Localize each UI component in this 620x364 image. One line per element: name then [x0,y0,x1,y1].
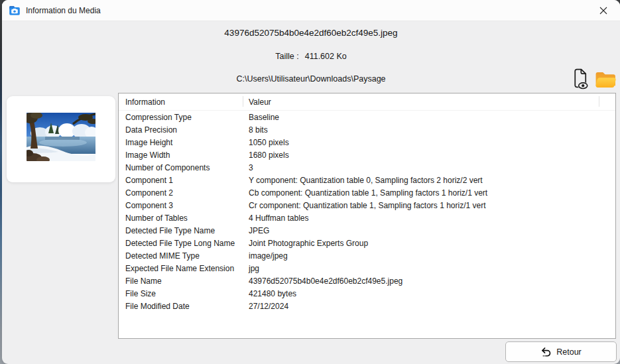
file-path: C:\Users\Utilisateur\Downloads\Paysage [2,74,620,84]
row-label: File Name [119,276,243,286]
row-label: Expected File Name Extension [119,264,243,273]
title-bar: Information du Media [2,0,620,21]
row-value: 8 bits [243,125,599,135]
table-row[interactable]: Image Width1680 pixels [119,149,615,161]
row-value: 3 [243,163,599,172]
info-table: Information Valeur Compression TypeBasel… [118,93,616,339]
table-row[interactable]: Image Height1050 pixels [119,136,615,149]
table-row[interactable]: Number of Components3 [119,161,615,174]
table-row[interactable]: Detected File Type Long NameJoint Photog… [119,237,615,249]
row-label: Component 3 [119,201,243,210]
undo-arrow-icon [540,346,552,357]
table-row[interactable]: Compression TypeBaseline [119,111,615,123]
row-label: Image Width [119,151,243,160]
row-label: File Modified Date [119,302,243,311]
thumbnail-card [7,96,115,182]
row-value: 27/12/2024 [243,302,599,311]
table-row[interactable]: File Size421480 bytes [119,287,615,300]
table-row[interactable]: Data Precision8 bits [119,123,615,136]
row-value: JPEG [243,226,599,235]
column-header-information[interactable]: Information [119,93,243,110]
open-folder-button[interactable] [593,70,618,90]
open-folder-icon [595,71,617,89]
column-header-valeur[interactable]: Valeur [243,93,599,110]
table-row[interactable]: Component 2Cb component: Quantization ta… [119,186,615,199]
row-value: 4 Huffman tables [243,213,599,223]
row-value: Baseline [243,113,599,122]
table-row[interactable]: Detected File Type NameJPEG [119,224,615,237]
row-label: Number of Components [119,163,243,172]
row-label: File Size [119,289,243,298]
row-value: Cb component: Quantization table 1, Samp… [243,188,599,198]
file-size-line: Taille :411.602 Ko [2,52,620,61]
table-body: Compression TypeBaselineData Precision8 … [119,111,615,312]
back-button-label: Retour [556,347,582,357]
file-size-label: Taille : [275,52,298,61]
column-header-spacer [599,93,615,110]
file-preview-icon [571,68,590,91]
table-row[interactable]: Number of Tables4 Huffman tables [119,212,615,224]
close-icon [599,7,607,15]
table-row[interactable]: File Modified Date27/12/2024 [119,300,615,312]
close-button[interactable] [589,0,617,21]
row-value: Cr component: Quantization table 1, Samp… [243,201,599,210]
row-label: Image Height [119,138,243,147]
row-label: Number of Tables [119,213,243,223]
preview-file-button[interactable] [569,67,591,92]
winter-landscape-thumbnail [27,113,95,161]
table-row[interactable]: Component 1Y component: Quantization tab… [119,174,615,186]
row-value: Y component: Quantization table 0, Sampl… [243,176,599,185]
table-row[interactable]: Detected MIME Typeimage/jpeg [119,249,615,262]
media-folder-icon [9,5,21,17]
table-header: Information Valeur [119,93,615,111]
file-size-value: 411.602 Ko [305,52,347,61]
file-name-heading: 43976d52075b4b0e4e2df60eb2cf49e5.jpeg [2,28,620,38]
table-row[interactable]: Expected File Name Extensionjpg [119,262,615,274]
row-label: Detected File Type Name [119,226,243,235]
row-value: 1050 pixels [243,138,599,147]
row-value: jpg [243,264,599,273]
table-row[interactable]: Component 3Cr component: Quantization ta… [119,199,615,212]
row-label: Data Precision [119,125,243,135]
row-value: 1680 pixels [243,151,599,160]
row-label: Detected MIME Type [119,251,243,261]
row-value: Joint Photographic Experts Group [243,239,599,248]
row-label: Compression Type [119,113,243,122]
row-value: image/jpeg [243,251,599,261]
media-info-dialog: Information du Media 43976d52075b4b0e4e2… [2,0,620,364]
row-label: Component 1 [119,176,243,185]
table-row[interactable]: File Name43976d52075b4b0e4e2df60eb2cf49e… [119,274,615,287]
row-value: 421480 bytes [243,289,599,298]
back-button[interactable]: Retour [505,341,617,362]
row-label: Detected File Type Long Name [119,239,243,248]
row-label: Component 2 [119,188,243,198]
window-title: Information du Media [26,6,101,15]
row-value: 43976d52075b4b0e4e2df60eb2cf49e5.jpeg [243,276,599,286]
